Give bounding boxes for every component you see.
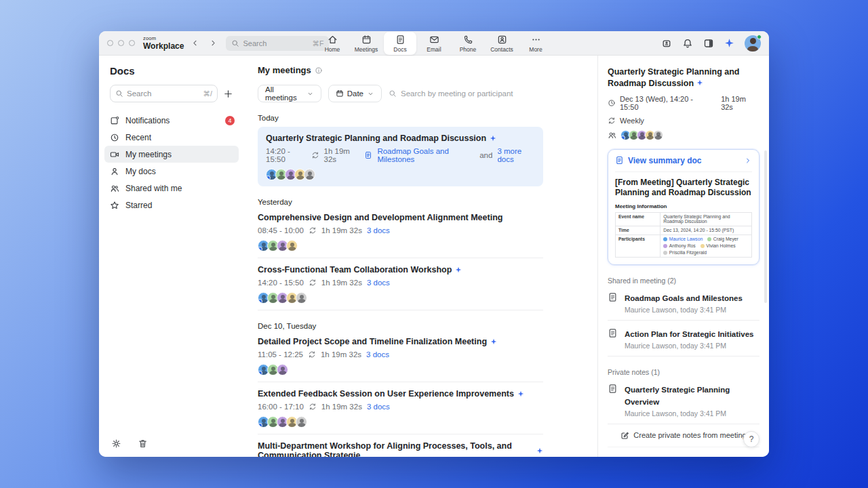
all-meetings-dropdown[interactable]: All meetings: [258, 85, 321, 102]
section-label-dec10: Dec 10, Tuesday: [258, 322, 543, 330]
more-docs-link[interactable]: 3 more docs: [497, 147, 535, 163]
meeting-row[interactable]: Multi-Department Workshop for Aligning P…: [258, 434, 543, 457]
sidebar-item-my-meetings[interactable]: My meetings: [104, 146, 239, 163]
meeting-search[interactable]: [389, 89, 543, 98]
tab-docs[interactable]: Docs: [384, 32, 416, 55]
view-summary-doc-link[interactable]: View summary doc: [615, 156, 752, 165]
ai-sparkle-icon: [490, 135, 496, 142]
participant-avatar: [296, 292, 307, 304]
doc-link[interactable]: Roadmap Goals and Milestones: [377, 147, 475, 163]
phone-icon: [463, 35, 473, 45]
panel-toggle-icon[interactable]: [703, 38, 714, 49]
contacts-icon: [497, 35, 507, 45]
date-dropdown[interactable]: Date: [328, 85, 382, 102]
global-search-input[interactable]: [243, 39, 296, 47]
device-icon[interactable]: [661, 38, 672, 49]
docs-link[interactable]: 3 docs: [366, 350, 389, 359]
preview-title: [From Meeting] Quarterly Strategic Plann…: [615, 178, 752, 199]
participant-chip: Vivian Holmes: [701, 243, 736, 248]
preview-section-heading: Meeting Information: [615, 203, 752, 209]
sidebar-item-recent[interactable]: Recent: [104, 129, 239, 146]
doc-meta: Maurice Lawson, today 3:41 PM: [625, 409, 760, 418]
docs-link[interactable]: 3 docs: [367, 226, 390, 235]
brand-logo: zoom Workplace: [143, 36, 184, 50]
window-close-button[interactable]: [107, 40, 113, 46]
shared-doc-item[interactable]: Action Plan for Strategic Initiatives Ma…: [608, 321, 760, 357]
notifications-icon: [110, 116, 119, 125]
panel-recurrence: Weekly: [620, 117, 644, 125]
search-icon: [231, 39, 239, 47]
back-button[interactable]: [191, 39, 199, 47]
chevron-down-icon: [307, 90, 314, 98]
window-minimize-button[interactable]: [118, 40, 124, 46]
host-badge: [258, 299, 262, 304]
private-note-item[interactable]: Quarterly Strategic Planning Overview Ma…: [608, 376, 760, 424]
sidebar-item-my-docs[interactable]: My docs: [104, 163, 239, 180]
window-maximize-button[interactable]: [129, 40, 135, 46]
profile-avatar[interactable]: [745, 35, 761, 52]
forward-button[interactable]: [209, 39, 218, 47]
participant-avatars: [258, 416, 543, 428]
brand-zoom-text: zoom: [143, 36, 184, 41]
tab-more[interactable]: More: [519, 32, 552, 55]
recurring-icon: [309, 226, 317, 235]
recurring-icon: [308, 350, 316, 359]
sidebar-item-starred[interactable]: Starred: [104, 197, 239, 214]
docs-link[interactable]: 3 docs: [367, 279, 390, 287]
tab-meetings[interactable]: Meetings: [350, 32, 382, 55]
sidebar-search-shortcut: ⌘/: [203, 89, 212, 98]
docs-icon: [395, 35, 406, 45]
recurring-icon: [608, 117, 616, 125]
participant-avatars: [258, 364, 543, 375]
meetings-calendar-icon: [361, 35, 372, 45]
participant-chip: Anthony Ros: [663, 243, 695, 248]
tab-contacts[interactable]: Contacts: [486, 32, 518, 55]
create-private-notes-button[interactable]: Create private notes from meeting: [608, 424, 760, 447]
main-tabs: Home Meetings Docs Email Phone Contacts: [316, 31, 552, 56]
meeting-duration: 1h 19m 32s: [321, 279, 362, 287]
home-icon: [328, 35, 338, 45]
meeting-row[interactable]: Extended Feedback Session on User Experi…: [258, 382, 543, 434]
sidebar-search[interactable]: ⌘/: [110, 85, 218, 102]
section-label-yesterday: Yesterday: [258, 198, 543, 206]
meeting-time: 08:45 - 10:00: [258, 226, 304, 235]
doc-icon: [608, 328, 618, 338]
trash-icon[interactable]: [138, 439, 148, 449]
ai-sparkle-icon: [696, 79, 703, 86]
create-note-icon: [620, 431, 629, 440]
docs-link[interactable]: 3 docs: [367, 403, 390, 411]
sidebar-item-shared-with-me[interactable]: Shared with me: [104, 180, 239, 197]
panel-scrollbar[interactable]: [764, 150, 767, 303]
global-search[interactable]: ⌘F: [226, 36, 329, 51]
tab-email[interactable]: Email: [418, 32, 450, 55]
tab-phone[interactable]: Phone: [452, 32, 484, 55]
participant-avatars: [266, 169, 535, 180]
ai-sparkle-icon: [455, 266, 462, 273]
meeting-search-input[interactable]: [401, 89, 543, 98]
meeting-time: 14:20 - 15:50: [258, 279, 304, 287]
meeting-info-table: Event name Quarterly Strategic Planning …: [615, 212, 752, 258]
notification-badge: 4: [225, 116, 235, 125]
meeting-row[interactable]: Cross-Functional Team Collaboration Work…: [258, 258, 543, 310]
settings-gear-icon[interactable]: [111, 439, 121, 449]
sidebar-search-input[interactable]: [127, 89, 174, 98]
notifications-bell-icon[interactable]: [682, 38, 693, 49]
host-badge: [266, 176, 271, 180]
ai-sparkle-icon: [536, 447, 543, 454]
meeting-duration: 1h 19m 32s: [321, 350, 361, 359]
ai-companion-icon[interactable]: [724, 38, 734, 48]
meeting-row[interactable]: Quarterly Strategic Planning and Roadmap…: [258, 127, 543, 186]
brand-workplace-text: Workplace: [143, 42, 184, 50]
new-doc-button[interactable]: [223, 89, 233, 99]
panel-datetime: Dec 13 (Wed), 14:20 - 15:50: [620, 95, 713, 111]
info-icon[interactable]: [315, 66, 323, 75]
sidebar-item-notifications[interactable]: Notifications 4: [104, 112, 239, 129]
shared-doc-item[interactable]: Roadmap Goals and Milestones Maurice Law…: [608, 285, 760, 321]
help-button[interactable]: ?: [743, 431, 760, 447]
meeting-row[interactable]: Comprehensive Design and Development Ali…: [258, 206, 543, 258]
ai-sparkle-icon: [517, 390, 524, 397]
tab-home[interactable]: Home: [316, 32, 349, 55]
star-icon: [110, 201, 119, 210]
meeting-row[interactable]: Detailed Project Scope and Timeline Fina…: [258, 330, 543, 382]
summary-doc-card[interactable]: View summary doc [From Meeting] Quarterl…: [608, 149, 760, 265]
